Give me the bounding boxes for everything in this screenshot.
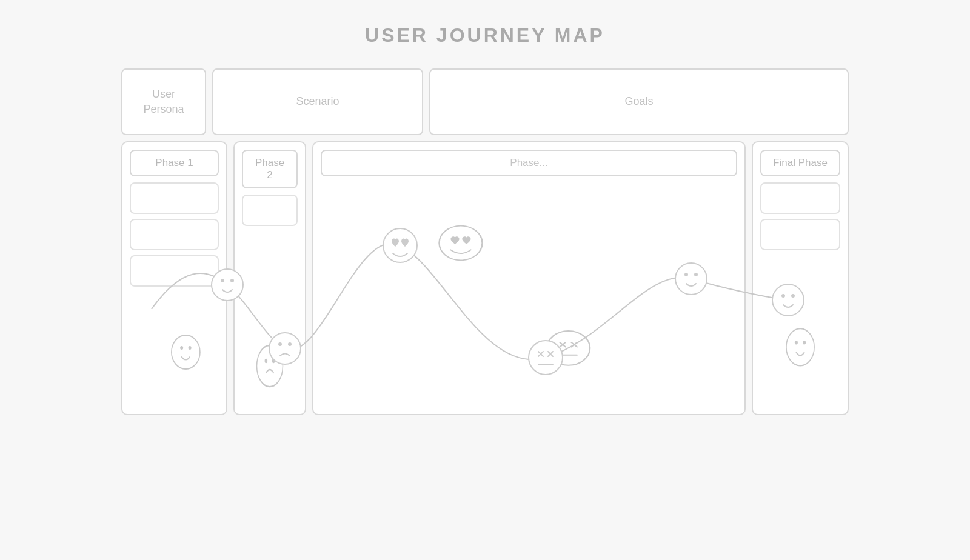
phase-1-box-1 [130,182,219,214]
final-phase-column: Final Phase [752,141,849,415]
svg-point-0 [172,335,200,369]
svg-point-15 [803,341,806,345]
scenario-cell: Scenario [212,68,423,135]
phase-1-box-2 [130,219,219,250]
svg-point-7 [547,331,590,365]
svg-point-3 [257,345,283,387]
svg-point-5 [272,359,275,363]
phase-2-column: Phase 2 [233,141,306,415]
page-wrapper: USER JOURNEY MAP User Persona Scenario G… [0,0,970,560]
page-title: USER JOURNEY MAP [365,24,605,47]
svg-point-1 [180,346,183,350]
phase-3-emotion-area [321,188,737,407]
scenario-label: Scenario [296,94,339,109]
svg-point-2 [189,346,192,350]
phase-2-emotion-area [242,237,298,407]
goals-cell: Goals [429,68,849,135]
phase-3-header[interactable]: Phase... [321,150,737,176]
final-phase-box-2 [760,219,840,250]
phase-2-box-1 [242,195,298,226]
journey-container: User Persona Scenario Goals Phase 1 [121,68,849,415]
svg-point-4 [265,359,268,363]
phase-3-column: Phase... [312,141,746,415]
final-phase-emotion-area [760,261,840,407]
phase-2-header: Phase 2 [242,150,298,188]
svg-point-14 [795,341,798,345]
phase-1-header: Phase 1 [130,150,219,176]
phase-row: Phase 1 [121,141,849,415]
user-persona-label: User Persona [143,87,184,117]
final-phase-box-1 [760,182,840,214]
phase-2-emotion-svg [242,237,298,407]
svg-point-13 [786,328,814,365]
top-row: User Persona Scenario Goals [121,68,849,135]
phase-1-box-3 [130,255,219,287]
goals-label: Goals [624,94,653,109]
phase-1-emotion-area [130,298,219,407]
phase-1-emotion-svg [130,298,219,407]
svg-point-6 [439,226,482,261]
phase-3-emotion-svg [321,188,737,407]
final-phase-header: Final Phase [760,150,840,176]
phase-1-column: Phase 1 [121,141,227,415]
user-persona-cell: User Persona [121,68,206,135]
final-phase-emotion-svg [760,261,840,407]
